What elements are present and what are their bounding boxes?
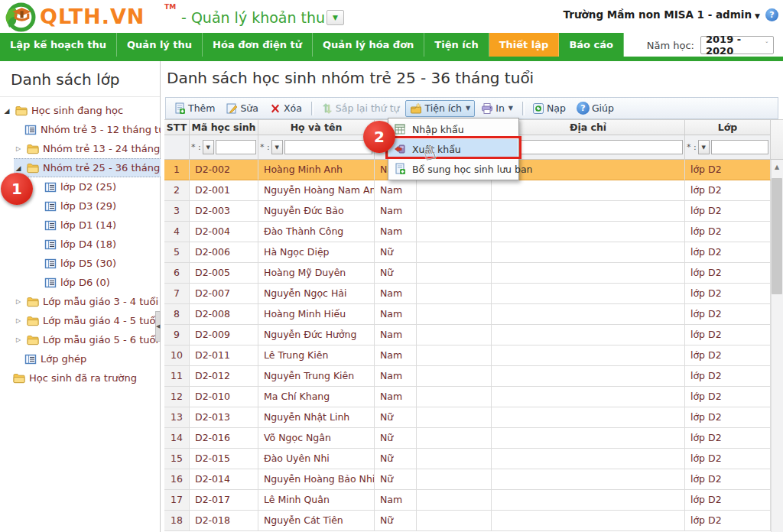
- column-filter-cell[interactable]: * :▼: [190, 135, 258, 160]
- class-list-icon: [24, 125, 37, 135]
- nav-tab[interactable]: Quản lý thu: [117, 33, 203, 57]
- table-row[interactable]: 16D2-014Nguyễn Hoàng Bảo NhiNữlớp D2: [164, 469, 771, 490]
- filter-operator-dropdown[interactable]: ▼: [271, 140, 283, 154]
- table-cell: Nam: [375, 387, 417, 407]
- column-header[interactable]: STT: [164, 119, 190, 135]
- table-row[interactable]: 9D2-009Nguyễn Đức HưởngNamlớp D2: [164, 325, 771, 345]
- nav-tab[interactable]: Thiết lập: [489, 33, 560, 57]
- sidebar-collapse-handle[interactable]: ◀: [155, 311, 161, 342]
- table-cell: Nữ: [375, 428, 417, 449]
- table-cell: lớp D2: [685, 242, 771, 263]
- help-button[interactable]: ? Giúp: [572, 99, 619, 117]
- tree-item[interactable]: ▷Lớp mẫu giáo 5 - 6 tuổi: [0, 330, 160, 349]
- account-menu[interactable]: Trường Mầm non MISA 1 - admin▼: [564, 8, 760, 21]
- school-year-select[interactable]: 2019 - 2020 ˇ: [700, 36, 774, 54]
- menu-item-add-retained-students[interactable]: Bổ sung học sinh lưu ban: [389, 159, 518, 179]
- utilities-button[interactable]: Tiện ích ▼: [405, 100, 475, 117]
- tree-item[interactable]: ▷Lớp mẫu giáo 3 - 4 tuổi: [0, 292, 160, 311]
- tree-item[interactable]: Nhóm trẻ 3 - 12 tháng tuổi: [0, 120, 160, 139]
- column-filter-cell[interactable]: * :▼: [685, 135, 771, 160]
- column-filter-input[interactable]: [711, 140, 768, 154]
- column-header[interactable]: Địa chỉ: [492, 119, 685, 135]
- column-filter-cell[interactable]: * :▼: [258, 135, 375, 160]
- school-year-label: Năm học:: [647, 40, 694, 51]
- table-row[interactable]: 14D2-016Võ Ngọc NgânNữlớp D2: [164, 428, 771, 449]
- expand-arrow-icon[interactable]: ▷: [14, 317, 23, 324]
- table-row[interactable]: 12D2-010Ma Chí KhangNamlớp D2: [164, 387, 771, 407]
- table-cell: 10: [164, 345, 190, 366]
- vertical-scrollbar[interactable]: ▲: [771, 119, 783, 532]
- table-cell: [417, 407, 492, 428]
- table-row[interactable]: 11D2-012Nguyễn Trung KiênNamlớp D2: [164, 366, 771, 387]
- table-row[interactable]: 17D2-017Lê Minh QuânNamlớp D2: [164, 490, 771, 511]
- expand-arrow-icon[interactable]: ▷: [14, 145, 23, 152]
- table-cell: lớp D2: [685, 263, 771, 284]
- nav-tab[interactable]: Lập kế hoạch thu: [0, 33, 117, 57]
- tree-item[interactable]: ▷Lớp mẫu giáo 4 - 5 tuổi: [0, 311, 160, 330]
- column-filter-input[interactable]: [284, 140, 372, 154]
- expand-arrow-icon[interactable]: ▷: [14, 298, 23, 305]
- nav-tab[interactable]: Quản lý hóa đơn: [313, 33, 424, 57]
- tree-item[interactable]: lớp D6 (0): [0, 273, 160, 292]
- table-cell: D2-010: [190, 387, 258, 407]
- tree-item[interactable]: ◢Học sinh đang học: [0, 101, 160, 120]
- column-header[interactable]: Họ và tên: [258, 119, 375, 135]
- refresh-button[interactable]: Nạp: [528, 100, 570, 117]
- table-cell: Nam: [375, 201, 417, 222]
- table-row[interactable]: 18D2-018Nguyễn Cát TiênNữlớp D2: [164, 511, 771, 531]
- collapse-arrow-icon[interactable]: ◢: [14, 164, 23, 172]
- tree-item[interactable]: lớp D1 (14): [0, 216, 160, 235]
- table-row[interactable]: 15D2-015Đào Uyên NhiNữlớp D2: [164, 449, 771, 469]
- tree-item[interactable]: lớp D4 (18): [0, 235, 160, 254]
- table-row[interactable]: 7D2-007Nguyễn Ngọc HảiNamlớp D2: [164, 284, 771, 304]
- help-button-label: Giúp: [592, 102, 614, 114]
- table-row[interactable]: 5D2-006Hà Ngọc DiệpNữlớp D2: [164, 242, 771, 263]
- table-cell: Nữ: [375, 407, 417, 428]
- table-cell: [492, 263, 685, 284]
- column-header[interactable]: Mã học sinh: [190, 119, 258, 135]
- tree-item-label: Lớp ghép: [41, 353, 86, 365]
- reorder-button-label: Sắp lại thứ tự: [336, 102, 400, 114]
- class-list-icon: [24, 354, 37, 365]
- nav-tab[interactable]: Báo cáo: [559, 33, 624, 57]
- scrollbar-thumb[interactable]: [772, 178, 782, 294]
- tree-item[interactable]: ▷Nhóm trẻ 13 - 24 tháng tuổi: [0, 139, 160, 158]
- table-row[interactable]: 8D2-008Hoàng Minh HiếuNamlớp D2: [164, 304, 771, 325]
- filter-operator-label: * :: [260, 142, 270, 152]
- table-row[interactable]: 3D2-003Nguyễn Đức BảoNamlớp D2: [164, 201, 771, 222]
- nav-tab[interactable]: Hóa đơn điện tử: [203, 33, 313, 57]
- table-row[interactable]: 13D2-013Nguyễn Nhật LinhNữlớp D2: [164, 407, 771, 428]
- column-filter-input[interactable]: [493, 140, 683, 154]
- print-button[interactable]: In ▼: [476, 100, 518, 117]
- table-row[interactable]: 4D2-004Đào Thành CôngNamlớp D2: [164, 222, 771, 242]
- filter-operator-dropdown[interactable]: ▼: [698, 140, 710, 154]
- edit-button[interactable]: Sửa: [221, 100, 263, 117]
- help-icon[interactable]: ?: [765, 8, 778, 21]
- tree-item[interactable]: Lớp ghép: [0, 349, 160, 368]
- menu-item-label: Bổ sung học sinh lưu ban: [412, 164, 533, 175]
- add-button[interactable]: Thêm: [169, 100, 219, 117]
- column-filter-input[interactable]: [216, 140, 256, 154]
- table-cell: Nam: [375, 222, 417, 242]
- refresh-icon: [532, 102, 544, 115]
- table-row[interactable]: 6D2-005Hoàng Mỹ DuyênNữlớp D2: [164, 263, 771, 284]
- table-cell: Nam: [375, 180, 417, 201]
- collapse-arrow-icon[interactable]: ◢: [2, 107, 11, 115]
- scroll-up-icon[interactable]: ▲: [772, 161, 782, 174]
- table-cell: D2-008: [190, 304, 258, 325]
- column-header[interactable]: Lớp: [685, 119, 771, 135]
- qlth-logo-icon: [5, 1, 36, 32]
- product-switch-button[interactable]: ▼: [327, 10, 344, 25]
- expand-arrow-icon[interactable]: ▷: [14, 336, 23, 343]
- table-row[interactable]: 2D2-001Nguyễn Hoàng Nam AnhNamlớp D2: [164, 180, 771, 201]
- delete-button[interactable]: Xóa: [265, 100, 307, 117]
- tree-item[interactable]: Học sinh đã ra trường: [0, 368, 160, 388]
- table-row[interactable]: 10D2-011Lê Trung KiênNamlớp D2: [164, 345, 771, 366]
- school-year-value: 2019 - 2020: [706, 34, 765, 57]
- tree-item[interactable]: lớp D5 (30): [0, 254, 160, 273]
- table-cell: [417, 366, 492, 387]
- filter-operator-dropdown[interactable]: ▼: [203, 140, 214, 154]
- nav-tab[interactable]: Tiện ích: [424, 33, 489, 57]
- table-cell: 1: [164, 160, 190, 180]
- table-cell: [492, 428, 685, 449]
